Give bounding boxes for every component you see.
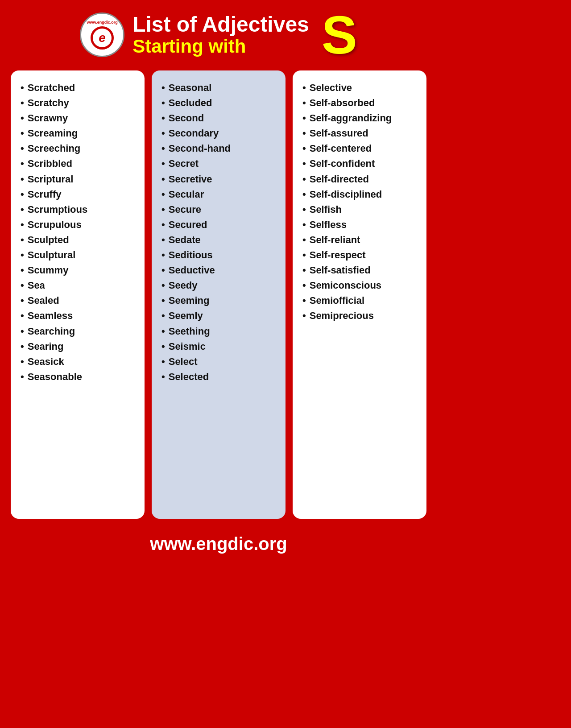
- list-item: Self-centered: [302, 141, 418, 156]
- list-item: Selective: [302, 80, 418, 95]
- list-item: Seasick: [21, 354, 137, 369]
- list-item: Seemly: [161, 308, 277, 323]
- list-item: Scratchy: [21, 95, 137, 111]
- list-item: Semiconscious: [302, 278, 418, 293]
- word-list-1: ScratchedScratchyScrawnyScreamingScreech…: [21, 80, 137, 385]
- list-item: Self-aggrandizing: [302, 111, 418, 126]
- column-2: SeasonalSecludedSecondSecondarySecond-ha…: [152, 70, 286, 519]
- list-item: Sealed: [21, 293, 137, 308]
- list-item: Secretive: [161, 172, 277, 187]
- list-item: Scrumptious: [21, 202, 137, 217]
- column-3: SelectiveSelf-absorbedSelf-aggrandizingS…: [293, 70, 426, 519]
- list-item: Self-assured: [302, 126, 418, 141]
- list-item: Seamless: [21, 308, 137, 323]
- list-item: Scriptural: [21, 172, 137, 187]
- word-list-3: SelectiveSelf-absorbedSelf-aggrandizingS…: [302, 80, 418, 324]
- list-item: Secure: [161, 202, 277, 217]
- list-item: Second-hand: [161, 141, 277, 156]
- header-title-line2: Starting with: [132, 36, 246, 57]
- list-item: Sculptural: [21, 248, 137, 263]
- logo-icon-area: e: [91, 26, 114, 50]
- list-item: Seditious: [161, 248, 277, 263]
- word-list-2: SeasonalSecludedSecondSecondarySecond-ha…: [161, 80, 277, 385]
- list-item: Scummy: [21, 263, 137, 278]
- list-item: Seething: [161, 324, 277, 339]
- logo: www.engdic.org e: [80, 12, 124, 57]
- header-title-line1: List of Adjectives: [132, 13, 309, 37]
- list-item: Self-directed: [302, 172, 418, 187]
- list-item: Searing: [21, 339, 137, 354]
- list-item: Select: [161, 354, 277, 369]
- logo-e-circle: e: [91, 26, 114, 50]
- list-item: Self-disciplined: [302, 187, 418, 202]
- list-item: Secondary: [161, 126, 277, 141]
- list-item: Secret: [161, 156, 277, 171]
- columns-wrapper: ScratchedScratchyScrawnyScreamingScreech…: [0, 66, 437, 528]
- header: www.engdic.org e List of Adjectives Star…: [0, 0, 437, 66]
- list-item: Scruffy: [21, 187, 137, 202]
- list-item: Searching: [21, 324, 137, 339]
- column-1: ScratchedScratchyScrawnyScreamingScreech…: [11, 70, 145, 519]
- logo-url: www.engdic.org: [87, 20, 118, 25]
- list-item: Self-respect: [302, 248, 418, 263]
- list-item: Seedy: [161, 278, 277, 293]
- list-item: Scratched: [21, 80, 137, 95]
- list-item: Self-reliant: [302, 232, 418, 248]
- list-item: Screeching: [21, 141, 137, 156]
- footer-url: www.engdic.org: [150, 534, 287, 554]
- list-item: Seductive: [161, 263, 277, 278]
- list-item: Scribbled: [21, 156, 137, 171]
- list-item: Screaming: [21, 126, 137, 141]
- list-item: Scrupulous: [21, 217, 137, 232]
- list-item: Scrawny: [21, 111, 137, 126]
- footer: www.engdic.org: [0, 528, 437, 562]
- list-item: Seasonable: [21, 369, 137, 385]
- list-item: Sculpted: [21, 232, 137, 248]
- list-item: Sedate: [161, 232, 277, 248]
- list-item: Selfless: [302, 217, 418, 232]
- list-item: Selfish: [302, 202, 418, 217]
- list-item: Self-satisfied: [302, 263, 418, 278]
- list-item: Semiofficial: [302, 293, 418, 308]
- header-title-block: List of Adjectives Starting with: [132, 13, 309, 57]
- list-item: Secluded: [161, 95, 277, 111]
- list-item: Second: [161, 111, 277, 126]
- list-item: Selected: [161, 369, 277, 385]
- list-item: Seeming: [161, 293, 277, 308]
- list-item: Secured: [161, 217, 277, 232]
- list-item: Self-confident: [302, 156, 418, 171]
- list-item: Semiprecious: [302, 308, 418, 323]
- list-item: Self-absorbed: [302, 95, 418, 111]
- header-big-letter: S: [322, 8, 357, 62]
- list-item: Seismic: [161, 339, 277, 354]
- list-item: Sea: [21, 278, 137, 293]
- logo-e-letter: e: [99, 31, 106, 45]
- list-item: Seasonal: [161, 80, 277, 95]
- list-item: Secular: [161, 187, 277, 202]
